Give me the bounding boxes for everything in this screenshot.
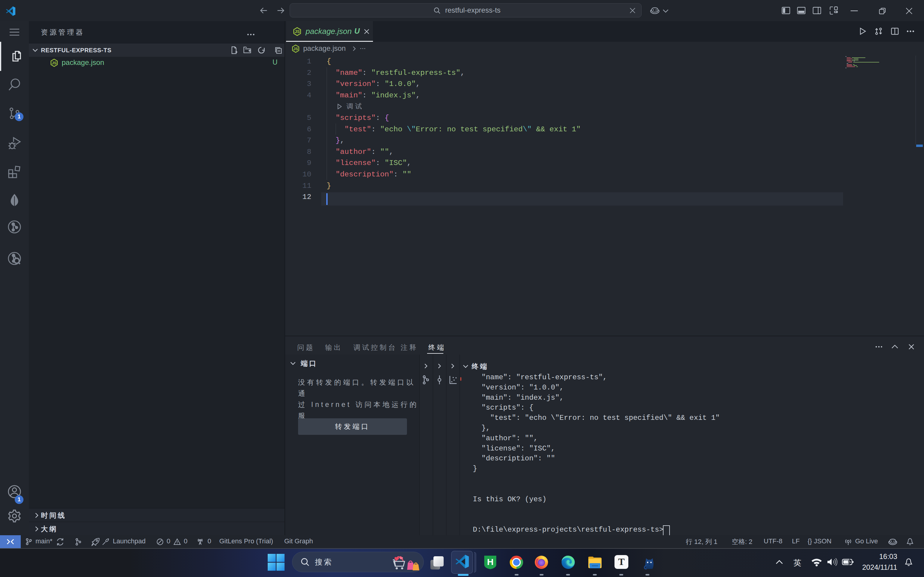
svg-text:JS: JS [52, 61, 57, 65]
svg-text:JS: JS [294, 29, 300, 34]
svg-text:H: H [487, 557, 494, 567]
svg-text:JS: JS [293, 47, 298, 51]
